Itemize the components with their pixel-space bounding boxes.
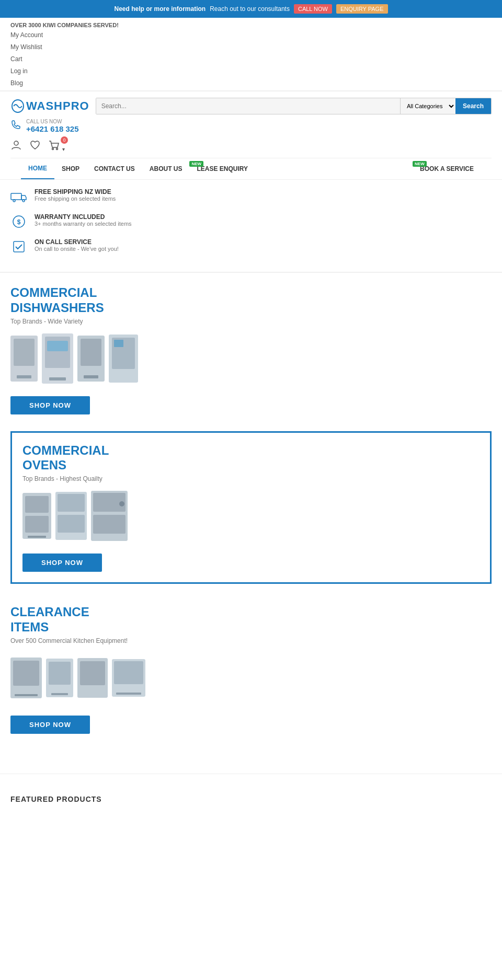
nav-link-contact[interactable]: CONTACT US [87, 159, 142, 179]
login-link[interactable]: Log in [10, 67, 28, 75]
header-top: WASHPRO All Categories Search [10, 98, 492, 114]
oven-img-1 [22, 493, 51, 539]
svg-point-5 [22, 200, 25, 202]
call-info: CALL US NOW +6421 618 325 [26, 119, 79, 133]
category-select[interactable]: All Categories [400, 98, 455, 114]
book-service-new-badge: NEW [413, 161, 427, 167]
company-label: OVER 3000 KIWI COMPANIES SERVED! [10, 20, 492, 29]
truck-icon [10, 188, 27, 205]
call-label: CALL US NOW [26, 119, 79, 124]
dishwashers-section: COMMERCIAL DISHWASHERS Top Brands - Wide… [0, 273, 502, 423]
ovens-title: COMMERCIAL OVENS [22, 443, 480, 474]
nav-item-lease[interactable]: NEW LEASE ENQUIRY [189, 159, 255, 179]
features-bar: FREE SHIPPING NZ WIDE Free shipping on s… [0, 180, 502, 272]
warranty-text: WARRANTY INCLUDED 3+ months warranty on … [35, 213, 132, 227]
lease-new-badge: NEW [189, 161, 203, 167]
nav-link-about[interactable]: ABOUT US [142, 159, 190, 179]
dishwasher-img-3 [77, 336, 105, 382]
my-account-link[interactable]: My Account [10, 31, 43, 39]
oncall-icon [10, 238, 27, 255]
warranty-icon: $ [10, 213, 27, 230]
ovens-section: COMMERCIAL OVENS Top Brands - Highest Qu… [10, 431, 492, 584]
dishwashers-shop-now-btn[interactable]: SHOP NOW [10, 396, 90, 414]
clearance-img-1 [10, 658, 42, 698]
announcement-text: Reach out to our consultants [210, 5, 290, 13]
nav-item-contact[interactable]: CONTACT US [87, 159, 142, 179]
dishwasher-img-4 [109, 335, 138, 383]
oncall-text: ON CALL SERVICE On call to onsite - We'v… [35, 238, 119, 252]
free-shipping-desc: Free shipping on selected items [35, 195, 116, 202]
utility-nav: OVER 3000 KIWI COMPANIES SERVED! My Acco… [0, 18, 502, 91]
utility-nav-item[interactable]: Blog [10, 77, 492, 88]
nav-link-home[interactable]: HOME [21, 158, 54, 179]
svg-point-2 [56, 148, 58, 150]
oncall-title: ON CALL SERVICE [35, 238, 119, 246]
oncall-desc: On call to onsite - We've got you! [35, 246, 119, 252]
cart-dropdown-icon: ▾ [62, 146, 65, 152]
account-icon[interactable] [10, 140, 22, 154]
dishwasher-img-1 [10, 336, 38, 382]
main-nav-list: HOME SHOP CONTACT US ABOUT US NEW LEASE … [21, 158, 481, 179]
free-shipping-text: FREE SHIPPING NZ WIDE Free shipping on s… [35, 188, 116, 202]
utility-nav-item[interactable]: Log in [10, 65, 492, 76]
header: WASHPRO All Categories Search CALL US NO… [0, 91, 502, 180]
spacer [0, 742, 502, 774]
cart-badge: 0 [61, 136, 68, 144]
ovens-images [22, 490, 480, 542]
svg-text:$: $ [17, 218, 21, 226]
ovens-shop-now-btn[interactable]: SHOP NOW [22, 554, 102, 572]
clearance-img-3 [77, 658, 108, 698]
featured-products-section: FEATURED PRODUCTS [0, 774, 502, 812]
logo-icon [10, 99, 25, 113]
svg-rect-3 [11, 193, 21, 200]
warranty-desc: 3+ months warranty on selected items [35, 221, 132, 227]
clearance-shop-now-btn[interactable]: SHOP NOW [10, 716, 90, 734]
utility-nav-item[interactable]: My Wishlist [10, 41, 492, 52]
enquiry-page-button[interactable]: ENQUIRY PAGE [336, 4, 388, 14]
svg-point-4 [13, 200, 15, 202]
nav-item-shop[interactable]: SHOP [54, 159, 87, 179]
search-input[interactable] [96, 98, 400, 114]
clearance-title: CLEARANCE ITEMS [10, 605, 492, 635]
utility-nav-item[interactable]: My Account [10, 29, 492, 40]
call-now-button[interactable]: CALL NOW [294, 4, 332, 14]
feature-oncall: ON CALL SERVICE On call to onsite - We'v… [10, 238, 492, 255]
clearance-img-2 [46, 659, 73, 697]
wishlist-icon[interactable] [29, 140, 41, 154]
phone-icon [10, 120, 21, 132]
phone-number[interactable]: +6421 618 325 [26, 124, 79, 133]
nav-item-about[interactable]: ABOUT US [142, 159, 190, 179]
oven-img-3 [91, 491, 128, 541]
cart-link[interactable]: Cart [10, 55, 22, 63]
dishwashers-title: COMMERCIAL DISHWASHERS [10, 285, 492, 316]
dishwashers-images [10, 332, 492, 385]
main-nav: HOME SHOP CONTACT US ABOUT US NEW LEASE … [10, 158, 492, 179]
my-wishlist-link[interactable]: My Wishlist [10, 43, 42, 51]
warranty-title: WARRANTY INCLUDED [35, 213, 132, 221]
nav-link-shop[interactable]: SHOP [54, 159, 87, 179]
announcement-text-bold: Need help or more information [114, 5, 206, 13]
nav-item-book-service[interactable]: NEW BOOK A SERVICE [413, 159, 481, 179]
dishwashers-subtitle: Top Brands - Wide Variety [10, 318, 492, 325]
logo-area[interactable]: WASHPRO [10, 99, 89, 113]
clearance-img-4 [112, 659, 145, 697]
svg-point-0 [14, 141, 18, 145]
cart-icon[interactable]: 0 ▾ [48, 140, 65, 154]
header-icons: 0 ▾ [10, 140, 492, 154]
search-bar: All Categories Search [96, 98, 492, 114]
feature-warranty: $ WARRANTY INCLUDED 3+ months warranty o… [10, 213, 492, 230]
featured-title: FEATURED PRODUCTS [10, 795, 492, 803]
clearance-subtitle: Over 500 Commercial Kitchen Equipment! [10, 637, 492, 644]
header-contact-row: CALL US NOW +6421 618 325 [10, 114, 492, 135]
feature-free-shipping: FREE SHIPPING NZ WIDE Free shipping on s… [10, 188, 492, 205]
blog-link[interactable]: Blog [10, 79, 23, 87]
dishwasher-img-2 [42, 333, 73, 384]
announcement-bar: Need help or more information Reach out … [0, 0, 502, 18]
nav-item-home[interactable]: HOME [21, 158, 54, 179]
clearance-section: CLEARANCE ITEMS Over 500 Commercial Kitc… [0, 592, 502, 742]
svg-rect-8 [14, 241, 24, 252]
utility-nav-item[interactable]: Cart [10, 53, 492, 64]
free-shipping-title: FREE SHIPPING NZ WIDE [35, 188, 116, 195]
search-button[interactable]: Search [455, 98, 491, 114]
logo-text: WASHPRO [26, 99, 89, 113]
